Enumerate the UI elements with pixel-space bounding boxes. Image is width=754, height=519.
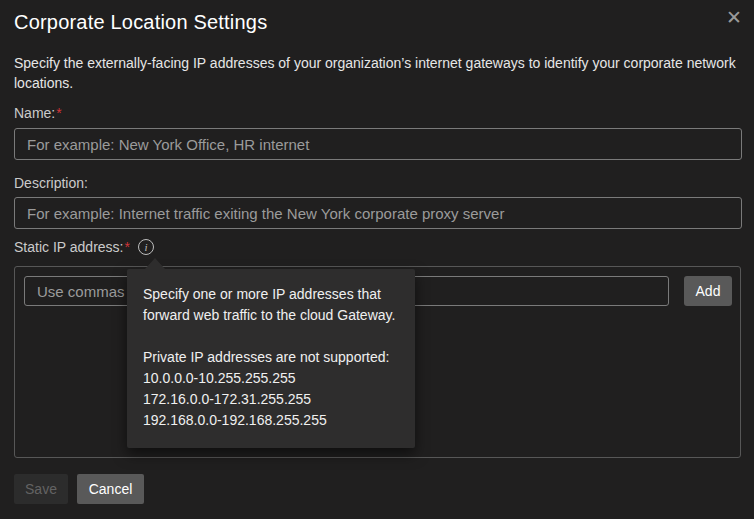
tooltip-ip-range: 172.16.0.0-172.31.255.255 [143,389,399,410]
info-tooltip: Specify one or more IP addresses that fo… [127,269,415,448]
dialog-title: Corporate Location Settings [14,11,267,34]
corporate-location-settings-dialog: Corporate Location Settings ✕ Specify th… [0,0,754,519]
static-ip-label-text: Static IP address: [14,239,123,255]
tooltip-not-supported-heading: Private IP addresses are not supported: [143,347,399,368]
name-label: Name:* [14,105,62,121]
save-button[interactable]: Save [14,474,68,504]
description-input[interactable] [14,197,742,229]
close-icon[interactable]: ✕ [720,4,748,32]
add-button[interactable]: Add [684,276,732,306]
tooltip-spacer [143,326,399,347]
tooltip-ip-range: 10.0.0.0-10.255.255.255 [143,368,399,389]
tooltip-intro-text: Specify one or more IP addresses that fo… [143,284,399,326]
required-asterisk: * [56,105,61,121]
dialog-description: Specify the externally-facing IP address… [14,53,742,93]
required-asterisk: * [124,239,129,255]
tooltip-ip-range: 192.168.0.0-192.168.255.255 [143,410,399,431]
description-label-text: Description: [14,175,88,191]
static-ip-label: Static IP address:* i [14,239,154,255]
description-label: Description: [14,175,88,191]
info-icon[interactable]: i [138,239,154,255]
name-input[interactable] [14,128,742,160]
name-label-text: Name: [14,105,55,121]
cancel-button[interactable]: Cancel [77,474,144,504]
